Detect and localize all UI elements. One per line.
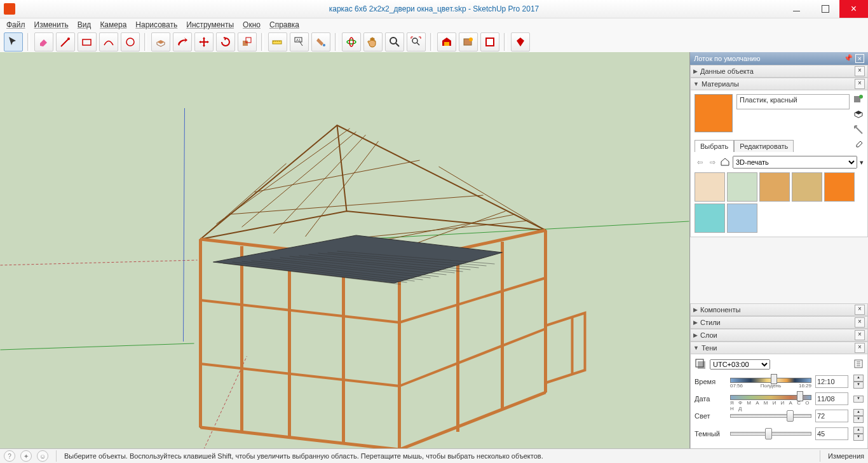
titlebar: каркас 6x6 2x2x2_двери окна_цвет.skp - S… — [0, 0, 868, 18]
light-label: Свет — [695, 412, 726, 420]
ruby-tool[interactable] — [511, 32, 530, 52]
rotate-tool[interactable] — [216, 32, 235, 52]
paint-tool[interactable] — [311, 32, 330, 52]
status-hint: Выберите объекты. Воспользуйтесь клавише… — [64, 452, 812, 460]
panel-close-icon[interactable]: × — [855, 79, 865, 89]
measurements-label: Измерения — [828, 452, 864, 460]
pan-tool[interactable] — [363, 32, 383, 52]
swatch[interactable] — [695, 204, 725, 233]
help-icon[interactable]: ? — [4, 450, 15, 462]
rectangle-tool[interactable] — [78, 32, 97, 52]
layout-tool[interactable] — [480, 32, 499, 52]
tray-header[interactable]: Лоток по умолчанию 📌 × — [690, 52, 868, 65]
tray-close-icon[interactable]: × — [855, 54, 864, 63]
tab-select[interactable]: Выбрать — [695, 140, 734, 152]
text-tool[interactable]: A1 — [290, 32, 309, 52]
create-material-icon[interactable] — [853, 94, 864, 104]
menu-view[interactable]: Вид — [74, 19, 95, 31]
select-tool[interactable] — [4, 32, 23, 52]
date-label: Дата — [695, 395, 726, 403]
menu-file[interactable]: Файл — [3, 19, 29, 31]
swatch[interactable] — [727, 204, 757, 233]
minimize-button[interactable] — [782, 0, 811, 18]
eraser-tool[interactable] — [34, 32, 53, 52]
time-input[interactable]: 12:10 — [815, 375, 848, 388]
material-library-select[interactable]: 3D-печать — [733, 156, 857, 169]
extension-tool[interactable] — [459, 32, 478, 52]
menu-window[interactable]: Окно — [239, 19, 264, 31]
svg-point-8 — [323, 44, 325, 46]
panel-styles[interactable]: ▶Стили× — [690, 316, 868, 329]
line-tool[interactable] — [56, 32, 75, 52]
tape-tool[interactable] — [268, 32, 287, 52]
swatch[interactable] — [824, 172, 855, 202]
eyedropper-icon[interactable] — [853, 141, 864, 152]
svg-point-2 — [126, 38, 134, 46]
home-icon[interactable] — [720, 156, 730, 168]
followme-tool[interactable] — [173, 32, 192, 52]
svg-rect-13 — [444, 42, 449, 46]
swatch[interactable] — [759, 172, 790, 202]
materials-body: Пластик, красный Выбрать Редактировать ⇦… — [690, 90, 868, 237]
svg-rect-1 — [83, 39, 91, 45]
circle-tool[interactable] — [121, 32, 140, 52]
close-button[interactable]: × — [839, 0, 868, 18]
geo-icon[interactable]: ✦ — [20, 450, 32, 462]
arc-tool[interactable] — [99, 32, 118, 52]
warehouse-tool[interactable] — [437, 32, 456, 52]
panel-components[interactable]: ▶Компоненты× — [690, 303, 868, 316]
menu-edit[interactable]: Изменить — [31, 19, 72, 31]
default-material-icon[interactable] — [853, 109, 864, 120]
app-icon — [4, 3, 15, 15]
zoom-extents-tool[interactable] — [407, 32, 426, 52]
panel-materials[interactable]: ▼Материалы× — [690, 78, 868, 90]
zoom-tool[interactable] — [385, 32, 404, 52]
panel-entity[interactable]: ▶Данные объекта× — [690, 65, 868, 78]
viewport[interactable] — [0, 52, 690, 449]
light-slider[interactable] — [730, 414, 811, 418]
library-menu-icon[interactable]: ▾ — [860, 158, 864, 167]
nav-back-icon[interactable]: ⇦ — [695, 158, 705, 167]
date-slider[interactable]: Я Ф М А М И И А С О Н Д — [730, 394, 811, 404]
menu-draw[interactable]: Нарисовать — [132, 19, 181, 31]
menu-camera[interactable]: Камера — [96, 19, 130, 31]
person-icon[interactable]: ☺ — [37, 450, 48, 462]
svg-point-0 — [67, 38, 70, 40]
tab-edit[interactable]: Редактировать — [734, 140, 794, 152]
dark-slider[interactable] — [730, 432, 811, 436]
toolbar: A1 — [0, 31, 868, 53]
pushpull-tool[interactable] — [151, 32, 170, 52]
dark-input[interactable]: 45 — [815, 427, 848, 440]
statusbar: ? ✦ ☺ Выберите объекты. Воспользуйтесь к… — [0, 448, 868, 463]
pin-icon[interactable]: 📌 — [844, 54, 853, 63]
menubar: Файл Изменить Вид Камера Нарисовать Инст… — [0, 18, 868, 31]
tray-title: Лоток по умолчанию — [694, 55, 760, 62]
shadow-settings-icon[interactable] — [853, 359, 864, 370]
menu-help[interactable]: Справка — [266, 19, 303, 31]
orbit-tool[interactable] — [342, 32, 361, 52]
nav-fwd-icon[interactable]: ⇨ — [707, 158, 717, 167]
panel-close-icon[interactable]: × — [855, 66, 865, 76]
time-slider[interactable]: 07:56Полдень16:29 — [730, 377, 811, 387]
scale-tool[interactable] — [238, 32, 257, 52]
maximize-button[interactable] — [811, 0, 839, 18]
dark-label: Темный — [695, 430, 726, 438]
swatch[interactable] — [792, 172, 822, 202]
shadow-toggle-icon[interactable] — [695, 358, 706, 371]
svg-text:A1: A1 — [296, 38, 301, 42]
back-face-icon[interactable] — [853, 125, 864, 135]
light-input[interactable]: 72 — [815, 410, 848, 422]
panel-layers[interactable]: ▶Слои× — [690, 329, 868, 342]
swatch[interactable] — [727, 172, 757, 202]
svg-point-10 — [349, 38, 353, 46]
menu-tools[interactable]: Инструменты — [182, 19, 238, 31]
date-input[interactable]: 11/08 — [815, 392, 848, 405]
move-tool[interactable] — [194, 32, 214, 52]
shadows-body: UTC+03:00 Время 07:56Полдень16:29 12:10 … — [690, 354, 868, 449]
time-label: Время — [695, 378, 726, 385]
material-name-input[interactable]: Пластик, красный — [736, 94, 850, 109]
panel-shadows[interactable]: ▼Тени× — [690, 342, 868, 354]
timezone-select[interactable]: UTC+03:00 — [710, 359, 770, 370]
swatch[interactable] — [695, 172, 725, 202]
current-material-swatch[interactable] — [695, 94, 733, 132]
